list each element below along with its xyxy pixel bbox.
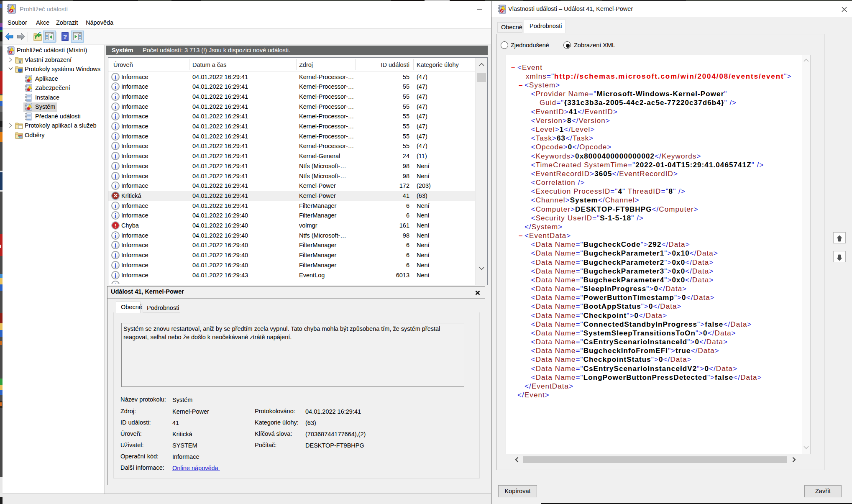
svg-text:?: ? bbox=[63, 33, 67, 40]
